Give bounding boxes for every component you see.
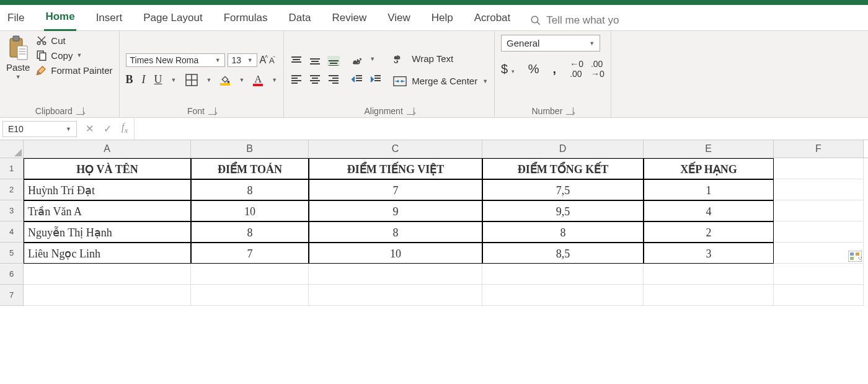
wrap-text-button[interactable]: ab Wrap Text <box>393 53 488 65</box>
orientation-button[interactable]: ab <box>351 56 363 66</box>
cell-b5[interactable]: 7 <box>191 243 309 264</box>
decrease-decimal-button[interactable]: .00→0 <box>591 59 604 79</box>
cell-d7[interactable] <box>482 285 644 306</box>
merge-center-button[interactable]: Merge & Center ▼ <box>393 76 488 87</box>
cell-e6[interactable] <box>644 264 774 285</box>
number-format-select[interactable]: General▼ <box>501 35 600 51</box>
cell-d1[interactable]: ĐIỂM TỔNG KẾT <box>482 158 644 179</box>
font-color-button[interactable]: A <box>253 74 263 86</box>
underline-button[interactable]: U <box>154 73 162 86</box>
confirm-formula-button[interactable]: ✓ <box>104 123 112 135</box>
align-left-button[interactable] <box>290 74 303 84</box>
cell-d4[interactable]: 8 <box>482 221 644 243</box>
align-top-button[interactable] <box>290 56 303 66</box>
col-header-b[interactable]: B <box>191 140 309 158</box>
select-all-corner[interactable] <box>0 140 24 158</box>
increase-decimal-button[interactable]: ←0.00 <box>570 59 583 79</box>
align-middle-button[interactable] <box>309 56 321 66</box>
cell-f2[interactable] <box>774 179 864 200</box>
cell-e5[interactable]: 3 <box>644 243 774 264</box>
col-header-f[interactable]: F <box>774 140 864 158</box>
cell-c6[interactable] <box>309 264 482 285</box>
tab-data[interactable]: Data <box>288 11 312 30</box>
borders-button[interactable] <box>185 74 198 86</box>
cut-button[interactable]: Cut <box>36 35 112 46</box>
cell-d6[interactable] <box>482 264 644 285</box>
cell-c4[interactable]: 8 <box>309 221 482 243</box>
paste-dropdown-icon[interactable]: ▼ <box>16 74 21 80</box>
quick-analysis-icon[interactable] <box>848 251 862 262</box>
cell-c2[interactable]: 7 <box>309 179 482 200</box>
copy-button[interactable]: Copy ▼ <box>36 50 112 61</box>
cell-a2[interactable]: Huỳnh Trí Đạt <box>24 179 191 200</box>
col-header-a[interactable]: A <box>24 140 191 158</box>
decrease-indent-button[interactable] <box>351 74 363 84</box>
row-header[interactable]: 2 <box>0 179 24 200</box>
cell-f1[interactable] <box>774 158 864 179</box>
cell-b1[interactable]: ĐIỂM TOÁN <box>191 158 309 179</box>
bold-button[interactable]: B <box>126 73 133 86</box>
cell-f3[interactable] <box>774 200 864 221</box>
font-name-select[interactable]: Times New Roma▼ <box>126 53 225 67</box>
cell-a6[interactable] <box>24 264 191 285</box>
cell-a1[interactable]: HỌ VÀ TÊN <box>24 158 191 179</box>
tell-me-search[interactable]: Tell me what yo <box>530 14 619 27</box>
cell-d5[interactable]: 8,5 <box>482 243 644 264</box>
cell-c5[interactable]: 10 <box>309 243 482 264</box>
percent-format-button[interactable]: % <box>528 62 539 76</box>
cell-c1[interactable]: ĐIỂM TIẾNG VIỆT <box>309 158 482 179</box>
fontcolor-dropdown-icon[interactable]: ▼ <box>272 77 277 83</box>
fill-dropdown-icon[interactable]: ▼ <box>239 77 244 83</box>
name-box[interactable]: E10▼ <box>2 121 77 137</box>
col-header-e[interactable]: E <box>644 140 774 158</box>
cell-a5[interactable]: Liêu Ngọc Linh <box>24 243 191 264</box>
clipboard-launcher-icon[interactable] <box>76 107 84 115</box>
fill-color-button[interactable] <box>220 74 230 86</box>
cell-e4[interactable]: 2 <box>644 221 774 243</box>
row-header[interactable]: 6 <box>0 264 24 285</box>
cell-e7[interactable] <box>644 285 774 306</box>
paste-button[interactable]: Paste ▼ <box>6 35 30 105</box>
row-header[interactable]: 5 <box>0 243 24 264</box>
align-right-button[interactable] <box>327 74 340 84</box>
row-header[interactable]: 7 <box>0 285 24 306</box>
tab-view[interactable]: View <box>386 11 412 30</box>
underline-dropdown-icon[interactable]: ▼ <box>171 77 177 83</box>
merge-dropdown-icon[interactable]: ▼ <box>482 78 488 84</box>
orientation-dropdown-icon[interactable]: ▼ <box>370 56 375 66</box>
col-header-c[interactable]: C <box>309 140 482 158</box>
cell-b2[interactable]: 8 <box>191 179 309 200</box>
shrink-font-button[interactable]: Aˇ <box>269 56 274 65</box>
format-painter-button[interactable]: Format Painter <box>36 65 112 76</box>
tab-help[interactable]: Help <box>430 11 454 30</box>
tab-insert[interactable]: Insert <box>95 11 124 30</box>
cell-a3[interactable]: Trần Văn A <box>24 200 191 221</box>
align-bottom-button[interactable] <box>327 56 340 66</box>
tab-file[interactable]: File <box>6 11 25 30</box>
font-size-select[interactable]: 13▼ <box>228 53 257 67</box>
font-launcher-icon[interactable] <box>208 107 216 115</box>
increase-indent-button[interactable] <box>370 74 382 84</box>
insert-function-button[interactable]: fx <box>122 122 128 135</box>
cell-e2[interactable]: 1 <box>644 179 774 200</box>
italic-button[interactable]: I <box>142 73 146 86</box>
cell-a4[interactable]: Nguyễn Thị Hạnh <box>24 221 191 243</box>
cell-c7[interactable] <box>309 285 482 306</box>
tab-formulas[interactable]: Formulas <box>223 11 269 30</box>
cell-b4[interactable]: 8 <box>191 221 309 243</box>
align-center-button[interactable] <box>309 74 321 84</box>
tab-review[interactable]: Review <box>330 11 368 30</box>
cell-f5[interactable] <box>774 243 864 264</box>
col-header-d[interactable]: D <box>482 140 644 158</box>
tab-pagelayout[interactable]: Page Layout <box>142 11 203 30</box>
grow-font-button[interactable]: A^ <box>260 55 267 66</box>
cell-f4[interactable] <box>774 221 864 243</box>
cell-e1[interactable]: XẾP HẠNG <box>644 158 774 179</box>
accounting-format-button[interactable]: $ ▾ <box>501 62 515 76</box>
number-launcher-icon[interactable] <box>566 107 574 115</box>
cell-d2[interactable]: 7,5 <box>482 179 644 200</box>
row-header[interactable]: 4 <box>0 221 24 243</box>
cell-b6[interactable] <box>191 264 309 285</box>
row-header[interactable]: 3 <box>0 200 24 221</box>
cell-a7[interactable] <box>24 285 191 306</box>
